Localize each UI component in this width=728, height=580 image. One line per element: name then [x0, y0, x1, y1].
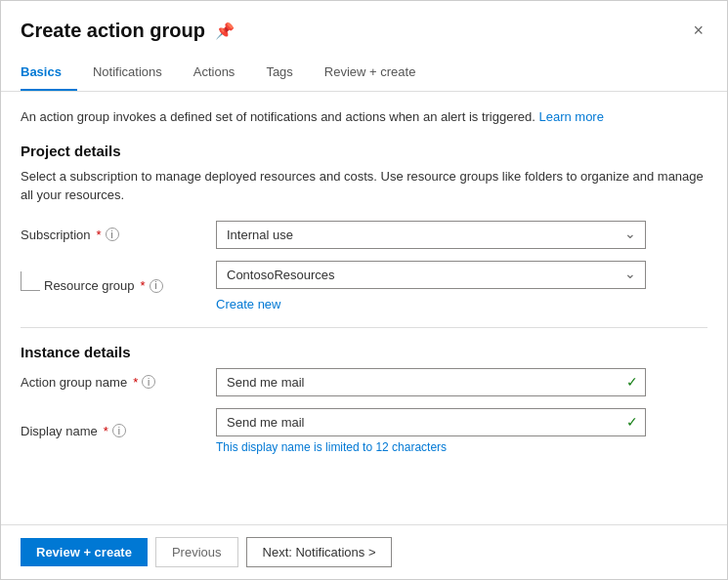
- display-name-valid-icon: ✓: [626, 414, 638, 430]
- subscription-required: *: [97, 228, 102, 242]
- resource-group-row: Resource group * i ContosoResources Crea…: [21, 261, 707, 311]
- pin-icon[interactable]: 📌: [215, 21, 235, 40]
- dialog-footer: Review + create Previous Next: Notificat…: [1, 524, 727, 579]
- action-group-name-input[interactable]: [216, 368, 646, 396]
- action-group-name-row: Action group name * i ✓: [21, 368, 707, 396]
- subscription-label: Subscription * i: [21, 228, 216, 242]
- display-name-row: Display name * i ✓ This display name is …: [21, 408, 707, 454]
- display-name-input-wrapper: ✓: [216, 408, 646, 436]
- action-group-valid-icon: ✓: [626, 374, 638, 390]
- dialog-content: An action group invokes a defined set of…: [1, 92, 727, 524]
- subscription-select-wrapper: Internal use: [216, 221, 646, 249]
- tab-review-create[interactable]: Review + create: [324, 57, 432, 91]
- resource-group-controls: ContosoResources Create new: [216, 261, 646, 311]
- create-action-group-dialog: Create action group 📌 × Basics Notificat…: [0, 0, 728, 580]
- subscription-select[interactable]: Internal use: [216, 221, 646, 249]
- display-name-required: *: [104, 424, 108, 438]
- display-name-info-icon[interactable]: i: [112, 424, 126, 437]
- resource-group-select[interactable]: ContosoResources: [216, 261, 646, 289]
- dialog-title-area: Create action group 📌: [21, 20, 235, 42]
- subscription-row: Subscription * i Internal use: [21, 221, 707, 249]
- display-name-hint: This display name is limited to 12 chara…: [216, 440, 646, 454]
- section-divider: [21, 327, 707, 328]
- tab-bar: Basics Notifications Actions Tags Review…: [1, 57, 727, 92]
- previous-button[interactable]: Previous: [155, 537, 238, 567]
- next-button[interactable]: Next: Notifications >: [246, 537, 393, 567]
- learn-more-link[interactable]: Learn more: [538, 109, 603, 124]
- project-section-desc: Select a subscription to manage deployed…: [21, 167, 707, 205]
- display-name-controls: ✓ This display name is limited to 12 cha…: [216, 408, 646, 454]
- tab-tags[interactable]: Tags: [266, 57, 308, 91]
- display-name-input[interactable]: [216, 408, 646, 436]
- instance-details-title: Instance details: [21, 344, 707, 360]
- review-create-button[interactable]: Review + create: [21, 538, 148, 566]
- tab-notifications[interactable]: Notifications: [93, 57, 178, 91]
- resource-required: *: [141, 278, 146, 293]
- resource-group-select-wrapper: ContosoResources: [216, 261, 646, 289]
- dialog-title: Create action group: [21, 20, 205, 42]
- subscription-info-icon[interactable]: i: [106, 228, 119, 241]
- create-new-link[interactable]: Create new: [216, 297, 280, 311]
- resource-group-label: Resource group * i: [44, 278, 163, 293]
- resource-label-wrapper: Resource group * i: [21, 276, 216, 296]
- indent-connector: [21, 271, 40, 291]
- dialog-header: Create action group 📌 ×: [1, 1, 727, 57]
- action-group-required: *: [133, 375, 138, 390]
- project-details-title: Project details: [21, 143, 707, 159]
- create-new-wrapper: Create new: [216, 293, 646, 311]
- action-group-name-wrapper: ✓: [216, 368, 646, 396]
- action-group-info-icon[interactable]: i: [142, 375, 155, 389]
- tab-actions[interactable]: Actions: [193, 57, 251, 91]
- resource-group-info-icon[interactable]: i: [150, 279, 163, 293]
- display-name-label: Display name * i: [21, 424, 216, 438]
- info-text: An action group invokes a defined set of…: [21, 107, 707, 127]
- action-group-name-label: Action group name * i: [21, 375, 216, 390]
- close-button[interactable]: ×: [689, 17, 707, 45]
- tab-basics[interactable]: Basics: [21, 57, 77, 91]
